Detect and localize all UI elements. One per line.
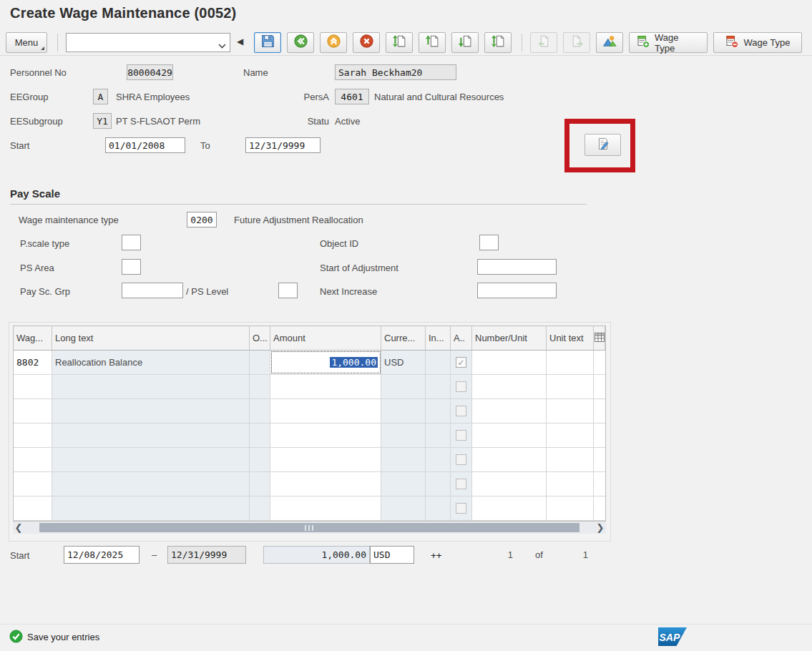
unit-text-cell[interactable] [547, 496, 594, 520]
operation-cell [250, 496, 270, 520]
save-button[interactable] [254, 32, 281, 53]
number-unit-cell[interactable] [472, 448, 547, 471]
currency-cell [381, 472, 426, 496]
ee-group-text: SHRA Employees [116, 92, 190, 102]
unit-text-cell[interactable] [547, 351, 594, 374]
table-settings-button[interactable] [594, 326, 605, 350]
col-header-indicator[interactable]: In... [426, 326, 451, 350]
pay-sc-grp-field[interactable] [122, 283, 183, 298]
amount-cell[interactable] [270, 496, 381, 520]
currency-cell [381, 399, 426, 423]
col-header-long-text[interactable]: Long text [52, 326, 250, 350]
col-header-number-unit[interactable]: Number/Unit [472, 326, 547, 350]
wage-type-cell[interactable] [14, 472, 52, 496]
unit-text-cell[interactable] [547, 375, 594, 398]
back-button[interactable] [287, 32, 314, 53]
unit-text-cell[interactable] [547, 448, 594, 471]
checkbox-unchecked-icon[interactable] [456, 430, 466, 441]
record-currency-field[interactable]: USD [370, 546, 414, 564]
ps-area-label: PS Area [20, 263, 54, 273]
amount-cell[interactable] [270, 448, 381, 471]
chevron-down-icon[interactable] [218, 40, 226, 51]
object-id-field[interactable] [479, 235, 499, 250]
amount-cell[interactable] [270, 375, 381, 398]
last-page-button[interactable] [484, 32, 512, 53]
scroll-left-icon[interactable]: ❮ [13, 522, 24, 534]
unit-text-cell[interactable] [547, 472, 594, 496]
amount-cell[interactable] [270, 399, 381, 423]
indicator-cell [426, 448, 451, 471]
indicator-cell [426, 472, 451, 496]
page-down-button[interactable] [451, 32, 479, 53]
exit-button[interactable] [320, 32, 347, 53]
checkbox-unchecked-icon[interactable] [456, 479, 466, 489]
number-unit-cell[interactable] [472, 399, 547, 423]
indicator-cell [426, 375, 451, 398]
checkbox-unchecked-icon[interactable] [456, 503, 466, 514]
wage-type-cell[interactable] [14, 424, 52, 447]
row-end-cell [594, 375, 605, 398]
amount-cell[interactable] [270, 472, 381, 496]
wage-type-cell[interactable] [14, 496, 52, 520]
wage-type-cell[interactable] [14, 375, 52, 398]
menu-button[interactable]: Menu [6, 32, 47, 53]
wage-type-cell[interactable] [14, 399, 52, 423]
cancel-button[interactable] [353, 32, 380, 53]
record-start-date-field[interactable]: 12/08/2025 [64, 546, 140, 564]
maintain-text-button[interactable] [584, 134, 621, 156]
indicator-cell [426, 351, 451, 374]
amount-cell[interactable] [270, 424, 381, 447]
pay-sc-grp-label: Pay Sc. Grp [20, 286, 70, 297]
page-title: Create Wage Maintenance (0052) [10, 5, 236, 21]
number-unit-cell[interactable] [472, 351, 547, 374]
col-header-currency[interactable]: Curre... [381, 326, 426, 350]
pscale-type-field[interactable] [122, 235, 141, 250]
checkbox-unchecked-icon[interactable] [456, 406, 466, 416]
number-unit-cell[interactable] [472, 424, 547, 447]
currency-cell [381, 448, 426, 471]
collapse-toolbar-icon[interactable]: ◀ [237, 36, 243, 46]
start-of-adjustment-field[interactable] [477, 259, 557, 275]
row-end-cell [594, 472, 605, 496]
col-header-unit-text[interactable]: Unit text [547, 326, 594, 350]
pers-a-label: PersA [294, 92, 329, 102]
add-wage-type-button[interactable]: Wage Type [629, 32, 708, 53]
col-header-wage-type[interactable]: Wag... [14, 326, 52, 350]
overview-button[interactable] [596, 32, 623, 53]
delete-wage-type-button[interactable]: Wage Type [713, 32, 802, 53]
sap-logo: SAP [658, 627, 687, 649]
next-record-icon [569, 34, 584, 52]
unit-text-cell[interactable] [547, 424, 594, 447]
first-page-button[interactable] [386, 32, 413, 53]
wage-type-cell[interactable] [14, 448, 52, 471]
ps-level-field[interactable] [278, 283, 298, 298]
table-row-empty [14, 496, 605, 521]
amount-cell[interactable]: 1,000.00 [270, 351, 381, 374]
scrollbar-thumb[interactable] [39, 523, 579, 532]
scroll-right-icon[interactable]: ❯ [595, 522, 606, 534]
ps-area-field[interactable] [122, 259, 141, 275]
col-header-a[interactable]: A.. [451, 326, 472, 350]
pers-a-field: 4601 [335, 89, 369, 104]
next-increase-field[interactable] [477, 283, 557, 298]
section-divider [10, 204, 587, 205]
unit-text-cell[interactable] [547, 399, 594, 423]
number-unit-cell[interactable] [472, 375, 547, 398]
col-header-amount[interactable]: Amount [270, 326, 381, 350]
page-up-button[interactable] [419, 32, 446, 53]
validity-start-field[interactable]: 01/01/2008 [105, 137, 185, 153]
toolbar-separator [57, 34, 58, 52]
checkbox-unchecked-icon[interactable] [456, 454, 466, 465]
col-header-operation[interactable]: O... [250, 326, 270, 350]
validity-to-field[interactable]: 12/31/9999 [245, 137, 321, 153]
wage-type-cell[interactable]: 8802 [14, 351, 52, 374]
a-indicator-cell [451, 424, 472, 447]
number-unit-cell[interactable] [472, 472, 547, 496]
number-unit-cell[interactable] [472, 496, 547, 520]
a-indicator-cell [451, 399, 472, 423]
save-icon [260, 34, 275, 52]
command-field[interactable] [66, 33, 230, 52]
wage-maintenance-type-field[interactable]: 0200 [187, 212, 217, 227]
checkbox-unchecked-icon[interactable] [456, 381, 466, 392]
wage-maintenance-type-text: Future Adjustment Reallocation [234, 215, 363, 225]
